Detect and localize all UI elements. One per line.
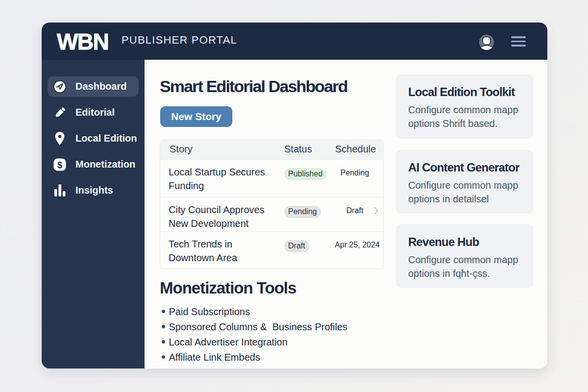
svg-text:$: $ bbox=[57, 160, 62, 170]
